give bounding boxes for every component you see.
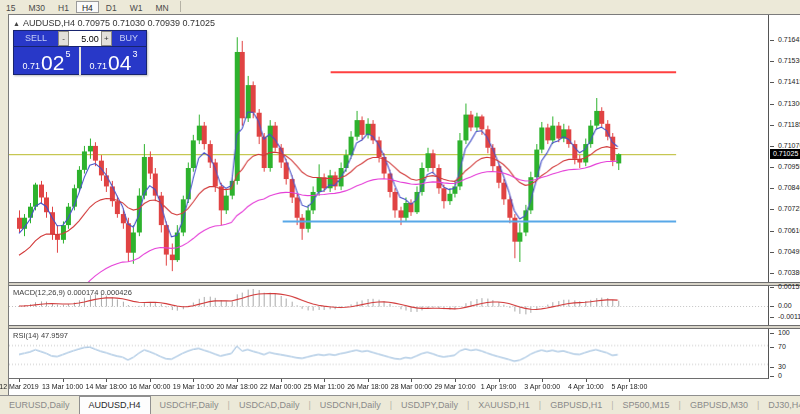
timeframe-h4[interactable]: H4: [76, 1, 99, 13]
axis-tick: [770, 376, 774, 377]
sell-price-button[interactable]: 0.71 02 5: [14, 47, 79, 75]
sell-price-frac: 0.71: [23, 61, 41, 71]
axis-tick: [770, 82, 774, 83]
tab-xauusd-h1[interactable]: XAUUSD,H1: [469, 398, 539, 414]
axis-tick: [770, 252, 774, 253]
axis-tick: [770, 209, 774, 210]
timeframe-mn[interactable]: MN: [149, 1, 174, 13]
timeframe-w1[interactable]: W1: [124, 1, 149, 13]
time-tick: [629, 379, 630, 382]
collapse-panel-icon[interactable]: ▲: [13, 20, 20, 27]
time-tick-label: 3 Apr 00:00: [524, 383, 560, 390]
tab-gbpusd-m30[interactable]: GBPUSD,M30: [681, 398, 757, 414]
macd-scale-label: -0.001176: [778, 313, 800, 320]
tab-audusd-h4[interactable]: AUDUSD,H4: [79, 396, 151, 414]
rsi-scale-label: 30: [778, 363, 800, 370]
time-tick-label: 22 Mar 00:00: [260, 383, 301, 390]
time-tick-label: 16 Mar 00:00: [129, 383, 170, 390]
timeframe-15[interactable]: 15: [0, 1, 21, 13]
time-tick: [368, 379, 369, 382]
rsi-scale-label: 100: [778, 329, 800, 336]
buy-price-frac: 0.71: [90, 61, 108, 71]
buy-price-big: 04: [108, 52, 131, 73]
macd-scale-label: 0.001555: [778, 283, 800, 290]
tab-usdcad-daily[interactable]: USDCAD,Daily: [230, 398, 309, 414]
timeframe-m30[interactable]: M30: [22, 1, 51, 13]
axis-tick: [770, 231, 774, 232]
chart-window: ▲AUDUSD,H4 0.70975 0.71030 0.70939 0.710…: [8, 14, 800, 395]
axis-tick: [770, 167, 774, 168]
terminal-window: { "toolbar": { "timeframes": ["15","M30"…: [0, 0, 800, 414]
axis-tick: [770, 273, 774, 274]
axis-tick: [770, 333, 774, 334]
time-tick: [586, 379, 587, 382]
one-click-trade-panel: SELL - + BUY 0.71 02 5 0.71 04 3: [13, 30, 147, 75]
price-tick-label: 0.70495: [778, 248, 800, 255]
tab-usdchf-daily[interactable]: USDCHF,Daily: [151, 398, 228, 414]
tab-eurusd-daily[interactable]: EURUSD,Daily: [0, 398, 79, 414]
rsi-scale-label: 70: [778, 343, 800, 350]
time-tick-label: 25 Mar 11:00: [304, 383, 345, 390]
axis-tick: [770, 61, 774, 62]
macd-label: MACD(12,26,9) 0.000174 0.000426: [13, 288, 132, 297]
time-axis[interactable]: 12 Mar 201913 Mar 10:0014 Mar 18:0016 Ma…: [9, 380, 800, 396]
sell-price-big: 02: [41, 52, 64, 73]
timeframe-h1[interactable]: H1: [52, 1, 75, 13]
axis-tick: [770, 317, 774, 318]
buy-price-button[interactable]: 0.71 04 3: [81, 47, 146, 75]
price-tick-label: 0.70610: [778, 227, 800, 234]
tab-gbpusd-h1[interactable]: GBPUSD,H1: [541, 398, 611, 414]
tab-usdjpy-daily[interactable]: USDJPY,Daily: [392, 398, 467, 414]
axis-tick: [770, 40, 774, 41]
volume-input[interactable]: [69, 31, 101, 46]
time-tick-label: 13 Mar 10:00: [42, 383, 83, 390]
price-tick-label: 0.71415: [778, 78, 800, 85]
toolbar-separator: [180, 1, 181, 12]
volume-decrease-button[interactable]: -: [58, 31, 69, 46]
price-tick-label: 0.70955: [778, 163, 800, 170]
axis-tick: [770, 347, 774, 348]
tab-usdcnh-daily[interactable]: USDCNH,Daily: [311, 398, 390, 414]
time-tick: [193, 379, 194, 382]
price-tick-label: 0.71645: [778, 36, 800, 43]
time-tick: [455, 379, 456, 382]
volume-increase-button[interactable]: +: [101, 31, 112, 46]
time-tick-label: 28 Mar 00:00: [391, 383, 432, 390]
price-tick-label: 0.71300: [778, 100, 800, 107]
tab-sp500-m15[interactable]: SP500,M15: [614, 398, 679, 414]
tab-dj30-h4[interactable]: DJ30,H4: [759, 398, 800, 414]
axis-tick: [770, 104, 774, 105]
axis-tick: [770, 188, 774, 189]
chart-title-text: AUDUSD,H4 0.70975 0.71030 0.70939 0.7102…: [23, 18, 215, 28]
time-tick-label: 19 Mar 10:00: [173, 383, 214, 390]
axis-tick: [770, 367, 774, 368]
time-tick-label: 14 Mar 18:00: [86, 383, 127, 390]
time-tick: [324, 379, 325, 382]
axis-tick: [770, 125, 774, 126]
time-tick-label: 5 Apr 18:00: [611, 383, 647, 390]
timeframe-toolbar: 15M30H1H4D1W1MN: [0, 0, 800, 13]
axis-tick: [770, 287, 774, 288]
timeframe-d1[interactable]: D1: [100, 1, 123, 13]
buy-price-sup: 3: [132, 49, 137, 59]
chart-title: ▲AUDUSD,H4 0.70975 0.71030 0.70939 0.710…: [13, 18, 215, 28]
time-tick: [281, 379, 282, 382]
rsi-canvas[interactable]: [9, 329, 769, 379]
price-tick-label: 0.70725: [778, 205, 800, 212]
price-tick-label: 0.71070: [778, 142, 800, 149]
chart-tab-bar: EURUSD,DailyAUDUSD,H4USDCHF,Daily|USDCAD…: [0, 395, 800, 414]
price-tick-label: 0.71530: [778, 57, 800, 64]
macd-scale-label: 0.00: [778, 302, 800, 309]
rsi-scale-label: 0: [778, 372, 800, 379]
time-tick: [237, 379, 238, 382]
time-tick: [150, 379, 151, 382]
time-tick-label: 12 Mar 2019: [0, 383, 39, 390]
buy-button[interactable]: BUY: [112, 31, 146, 46]
time-tick: [19, 379, 20, 382]
time-tick: [63, 379, 64, 382]
price-tick-label: 0.70380: [778, 269, 800, 276]
sell-button[interactable]: SELL: [14, 31, 58, 46]
rsi-label: RSI(14) 47.9597: [13, 331, 68, 340]
time-tick: [542, 379, 543, 382]
time-tick-label: 26 Mar 18:00: [347, 383, 388, 390]
